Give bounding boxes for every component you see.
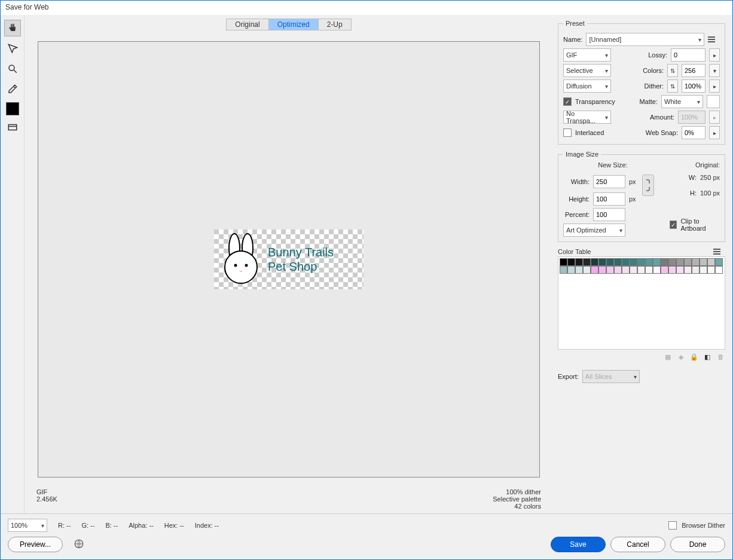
transparency-checkbox[interactable]: ✓ [563, 97, 572, 106]
color-swatch[interactable] [622, 266, 630, 274]
lock-color-icon[interactable]: 🔒 [689, 352, 699, 362]
color-swatch[interactable] [661, 266, 668, 274]
websnap-more-button[interactable]: ▸ [709, 126, 720, 139]
color-swatch[interactable] [653, 258, 661, 266]
websnap-label: Web Snap: [641, 129, 678, 136]
color-swatch[interactable] [575, 266, 583, 274]
map-transparent-icon[interactable]: ◈ [676, 352, 686, 362]
colors-input[interactable] [682, 64, 705, 77]
color-swatch[interactable] [676, 266, 684, 274]
color-swatch[interactable] [614, 266, 622, 274]
color-swatch[interactable] [575, 258, 583, 266]
color-swatch[interactable] [637, 258, 645, 266]
color-swatch[interactable] [598, 266, 606, 274]
done-button[interactable]: Done [670, 537, 725, 552]
color-swatch[interactable] [622, 258, 630, 266]
color-swatch[interactable] [637, 266, 645, 274]
interlaced-checkbox[interactable] [563, 128, 572, 137]
zoom-tool[interactable] [4, 60, 21, 77]
color-swatch[interactable] [583, 266, 591, 274]
color-swatch[interactable] [692, 266, 700, 274]
color-swatch[interactable] [684, 258, 692, 266]
format-select[interactable]: GIF [563, 48, 611, 62]
tab-2up[interactable]: 2-Up [319, 19, 352, 30]
save-button[interactable]: Save [551, 537, 606, 552]
lossy-more-button[interactable]: ▸ [709, 48, 720, 62]
reduction-select[interactable]: Selective [563, 64, 611, 77]
color-swatch[interactable] [567, 258, 575, 266]
color-swatch[interactable] [606, 266, 614, 274]
dither-input[interactable] [682, 79, 705, 93]
color-swatch[interactable] [630, 258, 637, 266]
color-swatch[interactable] [676, 258, 684, 266]
color-swatch[interactable] [645, 266, 653, 274]
color-swatch[interactable] [560, 266, 567, 274]
slice-visibility-icon[interactable] [4, 119, 21, 136]
slice-select-tool[interactable] [4, 40, 21, 57]
color-swatch[interactable] [715, 258, 723, 266]
quality-select[interactable]: Art Optimized [563, 224, 625, 237]
snap-web-icon[interactable]: ▦ [663, 352, 673, 362]
colors-dropdown[interactable]: ▾ [709, 64, 720, 77]
color-swatch[interactable] [645, 258, 653, 266]
hand-tool[interactable] [4, 20, 21, 36]
height-input[interactable] [593, 192, 625, 206]
link-icon[interactable] [642, 175, 654, 196]
preview-button[interactable]: Preview... [8, 537, 63, 552]
color-swatch[interactable] [692, 258, 700, 266]
browser-preview-icon[interactable] [74, 538, 84, 550]
color-swatch[interactable] [653, 266, 661, 274]
color-swatch[interactable] [707, 266, 715, 274]
eyedropper-color-swatch[interactable] [6, 102, 19, 115]
zoom-select[interactable]: 100% [8, 519, 47, 532]
color-swatch[interactable] [684, 266, 692, 274]
svg-rect-2 [8, 125, 17, 130]
color-swatch[interactable] [668, 266, 676, 274]
color-table-grid[interactable] [558, 256, 725, 350]
color-swatch[interactable] [567, 266, 575, 274]
color-swatch[interactable] [700, 266, 707, 274]
transparency-dither-select[interactable]: No Transpa... [563, 111, 611, 124]
width-input[interactable] [593, 175, 625, 188]
color-swatch[interactable] [715, 266, 723, 274]
new-color-icon[interactable]: ◧ [703, 352, 712, 362]
readout-alpha: Alpha: -- [129, 522, 154, 529]
dither-method-select[interactable]: Diffusion [563, 79, 611, 93]
color-swatch[interactable] [661, 258, 668, 266]
colors-stepper[interactable]: ⇅ [667, 64, 678, 77]
browser-dither-checkbox[interactable] [668, 521, 677, 530]
websnap-input[interactable] [682, 126, 705, 139]
dither-stepper[interactable]: ⇅ [667, 79, 678, 93]
color-swatch[interactable] [598, 258, 606, 266]
height-label: Height: [563, 195, 590, 203]
clip-artboard-checkbox[interactable]: ✓ [670, 221, 677, 229]
export-select: All Slices [582, 370, 640, 383]
preview-canvas[interactable]: Bunny Trails Pet Shop [38, 41, 540, 478]
matte-select[interactable]: White [661, 95, 703, 108]
lossy-input[interactable] [671, 48, 705, 62]
color-swatch[interactable] [606, 258, 614, 266]
delete-color-icon[interactable]: 🗑 [716, 352, 725, 362]
color-table-menu-icon[interactable] [713, 249, 725, 255]
dither-more-button[interactable]: ▸ [709, 79, 720, 93]
lossy-label: Lossy: [635, 51, 667, 59]
color-swatch[interactable] [614, 258, 622, 266]
footer-dither: 100% dither [493, 488, 541, 495]
color-swatch[interactable] [700, 258, 707, 266]
color-swatch[interactable] [560, 258, 567, 266]
color-swatch[interactable] [630, 266, 637, 274]
color-swatch[interactable] [707, 258, 715, 266]
color-swatch[interactable] [591, 266, 598, 274]
eyedropper-tool[interactable] [4, 81, 21, 97]
name-select[interactable]: [Unnamed] [586, 33, 704, 46]
svg-line-1 [14, 70, 17, 73]
cancel-button[interactable]: Cancel [610, 537, 665, 552]
color-swatch[interactable] [583, 258, 591, 266]
color-swatch[interactable] [591, 258, 598, 266]
percent-input[interactable] [593, 208, 625, 221]
matte-swatch[interactable] [707, 95, 720, 108]
color-swatch[interactable] [668, 258, 676, 266]
preset-menu-icon[interactable] [708, 36, 720, 42]
tab-original[interactable]: Original [226, 19, 268, 30]
tab-optimized[interactable]: Optimized [269, 19, 319, 30]
